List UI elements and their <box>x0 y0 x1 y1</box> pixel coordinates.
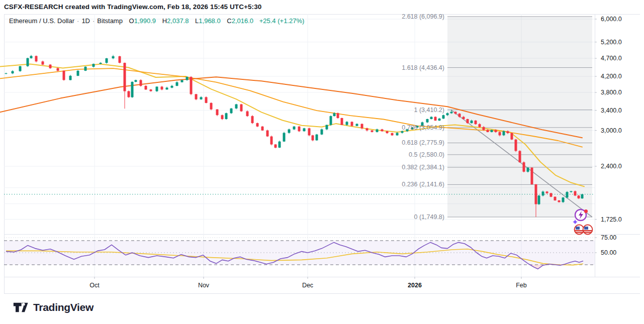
high-group: H2,037.8 <box>162 17 189 25</box>
chart-window: CSFX-RESEARCH created with TradingView.c… <box>0 0 644 324</box>
fib-level-label: 0.5 (2,580.0) <box>297 151 444 158</box>
price-tick-label: 4,200.0 <box>601 73 622 80</box>
time-tick-label: Oct <box>89 282 99 289</box>
price-tick-label: 4,700.0 <box>601 55 622 62</box>
price-tick-label: 6,000.0 <box>601 16 622 23</box>
symbol-name[interactable]: Ethereum / U.S. Dollar <box>9 17 74 25</box>
open-value: 1,990.9 <box>134 17 156 25</box>
us-flags-icon[interactable] <box>575 225 593 235</box>
low-group: L1,968.0 <box>195 17 221 25</box>
tradingview-logo[interactable]: TradingView <box>13 300 94 314</box>
close-value: 2,016.0 <box>232 17 253 25</box>
rsi-pane[interactable] <box>4 238 595 269</box>
interval-label[interactable]: 1D <box>81 17 90 25</box>
price-tick-label: 1,725.0 <box>601 216 622 223</box>
fib-level-label: 0.618 (2,775.9) <box>297 139 444 146</box>
ai-flash-icon[interactable] <box>573 209 588 225</box>
legend-separator: · <box>77 17 79 25</box>
time-axis[interactable]: OctNovDec2026Feb <box>4 277 640 293</box>
rsi-tick-label: 50.00 <box>601 249 616 256</box>
price-chart-canvas[interactable] <box>0 0 644 324</box>
fib-level-label: 1 (3,410.2) <box>297 106 444 114</box>
tradingview-mark-icon <box>13 300 28 314</box>
price-tick-label: 3,800.0 <box>601 89 622 96</box>
symbol-legend[interactable]: Ethereum / U.S. Dollar·1D·Bitstamp O1,99… <box>9 17 304 25</box>
close-group: C2,016.0 <box>227 17 253 25</box>
open-group: O1,990.9 <box>129 17 156 25</box>
fib-level-label: 0 (1,749.8) <box>297 213 444 221</box>
high-value: 2,037.8 <box>167 17 189 25</box>
time-tick-label: Feb <box>516 282 527 289</box>
fib-level-label: 0.786 (3,054.9) <box>297 124 444 131</box>
legend-separator: · <box>93 17 95 25</box>
exchange-label: Bitstamp <box>97 17 123 25</box>
fib-retracement[interactable] <box>447 17 592 217</box>
price-tick-label: 2,400.0 <box>601 163 622 170</box>
time-tick-label: Nov <box>198 282 209 289</box>
low-value: 1,968.0 <box>199 17 220 25</box>
brand-name: TradingView <box>33 301 94 313</box>
fib-level-label: 1.618 (4,436.4) <box>297 64 444 71</box>
fib-level-label: 0.382 (2,384.1) <box>297 164 444 171</box>
price-axis[interactable]: 6,000.05,200.04,700.04,200.03,800.03,400… <box>595 14 644 277</box>
time-tick-label: Dec <box>302 282 313 289</box>
rsi-tick-label: 75.00 <box>601 234 616 241</box>
time-tick-label: 2026 <box>408 282 422 289</box>
price-tick-label: 3,400.0 <box>601 107 622 114</box>
fib-level-label: 0.236 (2,141.6) <box>297 181 444 188</box>
price-tick-label: 5,200.0 <box>601 39 622 46</box>
fib-level-label: 2.618 (6,096.9) <box>297 13 444 20</box>
price-tick-label: 3,000.0 <box>601 127 622 134</box>
sticker-group[interactable] <box>572 208 597 236</box>
